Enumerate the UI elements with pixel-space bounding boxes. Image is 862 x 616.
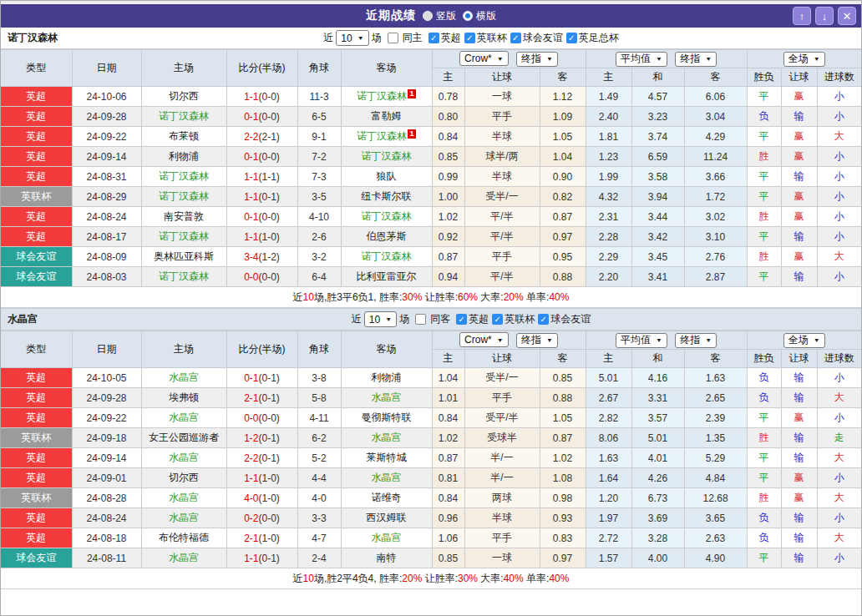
- league-filter-checkbox[interactable]: 英足总杯: [566, 31, 619, 45]
- avg-draw-odds: 3.42: [631, 227, 684, 247]
- odds-away: 0.85: [540, 368, 586, 388]
- half-time-score: (0-1): [259, 452, 280, 464]
- avg-away-odds: 1.72: [684, 187, 747, 207]
- match-count-select[interactable]: 10: [364, 311, 397, 327]
- checkbox-unchecked-icon[interactable]: [388, 33, 398, 43]
- odds-stage-select[interactable]: 终指: [516, 52, 558, 67]
- checkbox-checked-icon[interactable]: [566, 33, 577, 43]
- avg-stage-select[interactable]: 终指: [675, 333, 717, 348]
- away-team-name: 西汉姆联: [367, 512, 407, 523]
- half-time-score: (1-0): [259, 492, 280, 504]
- odds-handicap-line: 受平/半: [464, 408, 540, 428]
- league-filter-checkbox[interactable]: 英联杯: [492, 312, 535, 326]
- league-badge: 英超: [1, 167, 72, 187]
- odds-source-select[interactable]: Crow*: [459, 51, 509, 66]
- handicap-result: 输: [781, 167, 817, 187]
- avg-source-select[interactable]: 平均值: [616, 333, 667, 348]
- scope-select[interactable]: 全场: [783, 52, 825, 67]
- match-result: 胜: [747, 247, 781, 267]
- close-button[interactable]: ✕: [838, 7, 856, 25]
- handicap-result: 赢: [781, 127, 817, 147]
- avg-draw-odds: 3.41: [631, 267, 684, 287]
- league-badge-label: 英超: [26, 210, 46, 222]
- avg-draw-odds: 3.57: [631, 408, 684, 428]
- league-filter-checkbox[interactable]: 球会友谊: [510, 31, 563, 45]
- odds-stage-value: 终指: [521, 333, 541, 347]
- match-row: 英超 24-10-06 切尔西 1-1(0-0) 11-3 诺丁汉森林1 0.7…: [1, 87, 861, 107]
- checkbox-checked-icon[interactable]: [492, 314, 503, 325]
- away-team-name: 利物浦: [372, 371, 402, 383]
- away-team-cell: 诺丁汉森林: [341, 207, 432, 227]
- goals-result: 小: [817, 207, 861, 227]
- match-result: 胜: [747, 488, 781, 508]
- match-date: 24-08-31: [72, 167, 141, 187]
- avg-away-odds: 4.84: [684, 468, 747, 488]
- match-row: 英联杯 24-09-18 女王公园巡游者 1-2(0-1) 6-2 水晶宫 1.…: [1, 428, 861, 448]
- score-cell: 2-1(1-0): [226, 528, 297, 548]
- half-time-score: (0-0): [259, 111, 280, 123]
- avg-source-select[interactable]: 平均值: [616, 52, 667, 67]
- home-team-name: 水晶宫: [169, 412, 199, 423]
- move-down-button[interactable]: ↓: [815, 7, 834, 25]
- league-filter-checkbox[interactable]: 英联杯: [464, 31, 507, 45]
- score-cell: 1-1(1-0): [226, 468, 297, 488]
- match-result: 负: [747, 388, 781, 408]
- home-team-name: 埃弗顿: [169, 391, 199, 403]
- radio-unchecked-icon[interactable]: [423, 11, 433, 21]
- home-team-cell: 诺丁汉森林: [141, 187, 226, 207]
- match-result: 平: [747, 187, 781, 207]
- goals-result: 小: [817, 167, 861, 187]
- half-time-score: (0-1): [259, 191, 280, 203]
- home-team-cell: 水晶宫: [141, 548, 226, 568]
- checkbox-checked-icon[interactable]: [428, 33, 439, 43]
- radio-checked-icon[interactable]: [463, 11, 473, 21]
- checkbox-checked-icon[interactable]: [456, 314, 467, 325]
- same-venue-checkbox[interactable]: 同客: [415, 312, 450, 326]
- avg-draw-odds: 6.59: [631, 147, 684, 167]
- odds-home: 0.87: [432, 247, 464, 267]
- recent-results-window: 近期战绩 竖版 横版 ↑ ↓ ✕ 诺丁汉森林 近 10 场 同主: [0, 0, 862, 616]
- avg-select-group: 平均值 终指: [586, 50, 747, 68]
- col-corners: 角球: [297, 50, 341, 87]
- checkbox-checked-icon[interactable]: [510, 33, 521, 43]
- handicap-result: 赢: [781, 87, 817, 107]
- checkbox-unchecked-icon[interactable]: [415, 314, 426, 325]
- view-option-horizontal[interactable]: 横版: [463, 9, 496, 23]
- full-time-score: 1-1: [244, 231, 258, 243]
- away-team-name: 伯恩茅斯: [367, 230, 407, 242]
- col-avg-home: 主: [586, 350, 631, 368]
- col-away: 客场: [341, 331, 432, 368]
- match-row: 英超 24-08-24 水晶宫 0-2(0-0) 3-3 西汉姆联 0.96 半…: [1, 508, 861, 528]
- corners-count: 3-3: [297, 508, 341, 528]
- avg-stage-select[interactable]: 终指: [675, 52, 717, 67]
- odds-stage-select[interactable]: 终指: [516, 333, 558, 348]
- handicap-result: 赢: [781, 408, 817, 428]
- half-time-score: (0-0): [259, 412, 280, 424]
- same-venue-checkbox[interactable]: 同主: [388, 31, 423, 45]
- league-badge: 英超: [1, 207, 72, 227]
- corners-count: 3-8: [297, 368, 341, 388]
- odds-away: 0.87: [540, 207, 586, 227]
- odds-away: 0.83: [540, 528, 586, 548]
- match-count-select[interactable]: 10: [336, 30, 368, 46]
- league-badge: 英超: [1, 127, 72, 147]
- away-team-cell: 诺丁汉森林1: [341, 87, 432, 107]
- league-filter-checkbox[interactable]: 球会友谊: [538, 312, 591, 326]
- away-team-cell: 诺丁汉森林: [341, 247, 432, 267]
- scope-select[interactable]: 全场: [783, 333, 825, 348]
- view-option-vertical[interactable]: 竖版: [423, 9, 456, 23]
- odds-handicap-line: 球半/两: [464, 147, 540, 167]
- summary-row-forest: 近 10 场,胜3平6负1, 胜率: 30% 让胜率: 60% 大率: 20% …: [1, 287, 861, 308]
- odds-source-select[interactable]: Crow*: [459, 332, 509, 347]
- league-filter-checkbox[interactable]: 英超: [456, 312, 489, 326]
- odds-home: 0.84: [432, 127, 464, 147]
- checkbox-checked-icon[interactable]: [538, 314, 549, 325]
- avg-away-odds: 12.68: [684, 488, 747, 508]
- home-team-cell: 利物浦: [141, 147, 226, 167]
- summary-text: 40%: [549, 573, 569, 584]
- league-badge-label: 球会友谊: [16, 270, 56, 282]
- checkbox-checked-icon[interactable]: [464, 33, 475, 43]
- move-up-button[interactable]: ↑: [793, 7, 811, 25]
- handicap-result: 输: [781, 548, 817, 568]
- league-filter-checkbox[interactable]: 英超: [428, 31, 461, 45]
